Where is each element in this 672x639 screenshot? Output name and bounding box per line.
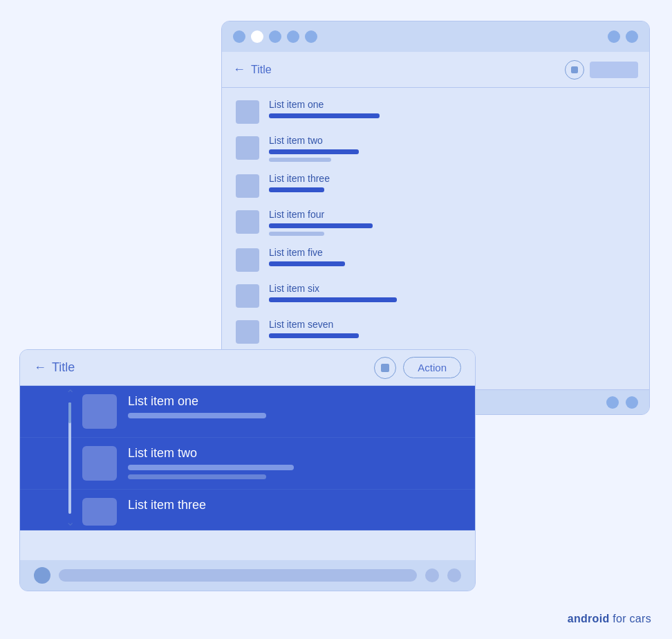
front-item-1-bar1 bbox=[128, 413, 266, 418]
front-action-button[interactable]: Action bbox=[403, 357, 461, 378]
back-item-4-title: List item four bbox=[269, 209, 373, 220]
back-item-6-bar1 bbox=[269, 297, 397, 302]
brand-label: android for cars bbox=[568, 613, 651, 625]
back-item-1-bar1 bbox=[269, 113, 380, 118]
front-stop-icon bbox=[381, 364, 389, 372]
front-item-3-title: List item three bbox=[128, 498, 461, 512]
chevron-down-icon: ⌄ bbox=[66, 514, 75, 530]
dot-3 bbox=[269, 30, 281, 43]
scroll-thumb bbox=[68, 402, 71, 423]
back-title-bar bbox=[222, 21, 649, 52]
back-item-2-title: List item two bbox=[269, 135, 359, 146]
front-window: ← Title Action ⌃ ⌄ List item one bbox=[19, 349, 476, 591]
back-titlebar-dots bbox=[233, 30, 317, 43]
back-item-2-bar1 bbox=[269, 149, 359, 154]
back-item-5-bar1 bbox=[269, 261, 345, 266]
front-icon-button[interactable] bbox=[374, 357, 396, 379]
front-item-3-thumb bbox=[82, 498, 117, 526]
front-back-arrow-icon[interactable]: ← bbox=[34, 360, 46, 375]
brand-name: android bbox=[568, 613, 610, 624]
back-item-4-bar1 bbox=[269, 223, 373, 228]
brand-suffix: for cars bbox=[613, 613, 651, 624]
back-item-6-title: List item six bbox=[269, 283, 397, 294]
front-app-bar: ← Title Action bbox=[20, 350, 475, 386]
front-scrollable-area: ⌃ ⌄ List item one List item two bbox=[20, 386, 475, 530]
back-item-7-bar1 bbox=[269, 333, 359, 338]
dot-4 bbox=[287, 30, 299, 43]
back-item-3-thumb bbox=[236, 174, 259, 198]
back-item-5-title: List item five bbox=[269, 247, 345, 258]
back-item-6-content: List item six bbox=[269, 283, 397, 302]
front-bottom-dot-1 bbox=[34, 567, 50, 584]
chevron-up-icon: ⌃ bbox=[66, 386, 75, 402]
front-item-1-thumb bbox=[82, 394, 117, 429]
front-item-2-thumb bbox=[82, 446, 117, 481]
back-list-area: List item one List item two List item th… bbox=[222, 88, 649, 355]
back-list-item-6[interactable]: List item six bbox=[222, 277, 649, 313]
front-item-2-title: List item two bbox=[128, 446, 461, 461]
dot-2 bbox=[251, 30, 263, 43]
back-item-5-content: List item five bbox=[269, 247, 345, 266]
front-item-2-bar2 bbox=[128, 474, 266, 479]
dot-5 bbox=[305, 30, 317, 43]
back-app-bar: ← Title bbox=[222, 52, 649, 88]
back-item-6-thumb bbox=[236, 284, 259, 308]
back-item-1-title: List item one bbox=[269, 99, 380, 110]
back-item-2-content: List item two bbox=[269, 135, 359, 162]
front-list-item-2[interactable]: List item two bbox=[20, 438, 475, 490]
back-item-4-bar2 bbox=[269, 232, 324, 236]
dot-r1 bbox=[608, 30, 620, 43]
back-bottom-dot-2 bbox=[606, 396, 619, 409]
back-list-item-3[interactable]: List item three bbox=[222, 167, 649, 203]
dot-1 bbox=[233, 30, 245, 43]
front-bottom-pill bbox=[59, 569, 417, 582]
scroll-track bbox=[68, 402, 71, 514]
back-item-3-bar1 bbox=[269, 187, 324, 192]
front-app-title: Title bbox=[52, 360, 75, 375]
back-item-4-thumb bbox=[236, 210, 259, 234]
back-item-1-thumb bbox=[236, 100, 259, 124]
front-item-3-content: List item three bbox=[128, 498, 461, 512]
front-list-item-1[interactable]: List item one bbox=[20, 386, 475, 438]
front-bottom-dot-2 bbox=[425, 568, 439, 582]
back-bottom-dot-3 bbox=[626, 396, 638, 409]
back-item-7-title: List item seven bbox=[269, 319, 359, 330]
front-item-2-content: List item two bbox=[128, 446, 461, 479]
back-item-1-content: List item one bbox=[269, 99, 380, 118]
back-item-7-content: List item seven bbox=[269, 319, 359, 338]
back-titlebar-right-dots bbox=[608, 30, 638, 43]
front-bottom-bar bbox=[20, 560, 475, 591]
back-item-4-content: List item four bbox=[269, 209, 373, 236]
back-item-2-bar2 bbox=[269, 158, 331, 162]
back-text-button[interactable] bbox=[590, 62, 638, 78]
back-item-2-thumb bbox=[236, 136, 259, 160]
front-item-1-content: List item one bbox=[128, 394, 461, 418]
back-item-3-title: List item three bbox=[269, 173, 330, 184]
back-icon-button[interactable] bbox=[565, 60, 584, 80]
front-item-2-bar1 bbox=[128, 465, 294, 470]
stop-icon bbox=[571, 66, 578, 73]
front-bottom-dot-3 bbox=[447, 568, 461, 582]
back-app-title: Title bbox=[251, 64, 272, 76]
back-list-item-1[interactable]: List item one bbox=[222, 93, 649, 129]
back-item-7-thumb bbox=[236, 320, 259, 344]
back-list-item-5[interactable]: List item five bbox=[222, 241, 649, 277]
dot-r2 bbox=[626, 30, 638, 43]
front-list-item-3[interactable]: List item three bbox=[20, 490, 475, 530]
back-item-5-thumb bbox=[236, 248, 259, 272]
back-list-item-7[interactable]: List item seven bbox=[222, 313, 649, 349]
front-item-1-title: List item one bbox=[128, 394, 461, 409]
back-list-item-4[interactable]: List item four bbox=[222, 203, 649, 241]
back-item-3-content: List item three bbox=[269, 173, 330, 192]
front-scrollbar[interactable]: ⌃ ⌄ bbox=[68, 386, 71, 530]
back-list-item-2[interactable]: List item two bbox=[222, 129, 649, 167]
back-arrow-icon[interactable]: ← bbox=[233, 62, 245, 77]
